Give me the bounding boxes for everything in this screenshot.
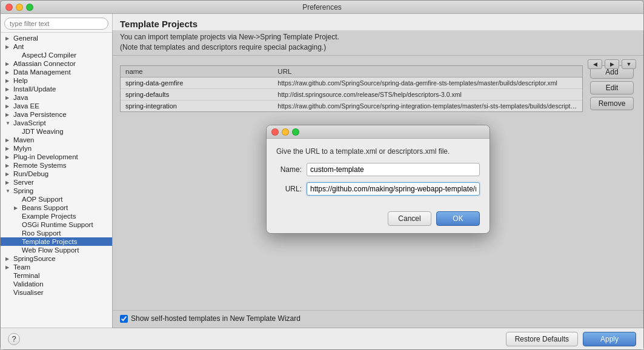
tree-arrow-icon: ▶ [5, 180, 12, 185]
bottom-right: Restore Defaults Apply [506, 332, 636, 346]
sidebar-item-label: Mylyn [13, 145, 32, 152]
close-button[interactable] [5, 4, 13, 11]
sidebar-item-example-projects[interactable]: Example Projects [1, 212, 112, 220]
tree-arrow-icon: ▶ [5, 171, 12, 177]
sidebar-item-validation[interactable]: Validation [1, 280, 112, 288]
sidebar-item-label: Run/Debug [13, 170, 48, 177]
sidebar-item-server[interactable]: ▶Server [1, 178, 112, 187]
sidebar-item-label: Install/Update [13, 85, 56, 93]
modal-description: Give the URL to a template.xml or descri… [276, 147, 480, 156]
apply-button[interactable]: Apply [583, 332, 636, 346]
sidebar-item-terminal[interactable]: Terminal [1, 271, 112, 280]
sidebar-filter-area [1, 14, 112, 33]
sidebar-item-label: General [13, 35, 38, 42]
sidebar-item-web-flow-support[interactable]: Web Flow Support [1, 246, 112, 254]
tree-arrow-icon: ▶ [5, 137, 12, 143]
sidebar-item-team[interactable]: ▶Team [1, 263, 112, 271]
sidebar-tree: ▶General▶AntAspectJ Compiler▶Atlassian C… [1, 33, 112, 328]
modal-traffic-lights [271, 128, 299, 136]
sidebar-item-mylyn[interactable]: ▶Mylyn [1, 144, 112, 153]
sidebar-item-aspectj-compiler[interactable]: AspectJ Compiler [1, 51, 112, 59]
sidebar-item-label: Server [13, 179, 34, 186]
url-row: URL: [276, 182, 480, 196]
modal-footer: Cancel OK [267, 206, 490, 226]
sidebar-item-ant[interactable]: ▶Ant [1, 42, 112, 51]
bottom-bar: ? Restore Defaults Apply [1, 328, 643, 349]
sidebar-item-help[interactable]: ▶Help [1, 76, 112, 85]
tree-arrow-icon: ▶ [5, 265, 12, 270]
modal-cancel-button[interactable]: Cancel [388, 211, 431, 226]
page-title: Template Projects [120, 19, 636, 29]
name-input[interactable] [307, 163, 480, 176]
sidebar-item-label: Java EE [13, 102, 39, 110]
sidebar-item-beans-support[interactable]: ▶Beans Support [1, 203, 112, 212]
sidebar-item-spring[interactable]: ▼Spring [1, 187, 112, 195]
sidebar-item-data-management[interactable]: ▶Data Management [1, 68, 112, 76]
sidebar-item-atlassian-connector[interactable]: ▶Atlassian Connector [1, 59, 112, 68]
sidebar-item-label: Atlassian Connector [13, 60, 76, 67]
modal-close-button[interactable] [271, 128, 279, 136]
sidebar-item-aop-support[interactable]: AOP Support [1, 195, 112, 203]
sidebar: ▶General▶AntAspectJ Compiler▶Atlassian C… [1, 14, 113, 328]
sidebar-item-label: Plug-in Development [13, 153, 78, 160]
sidebar-item-label: Help [13, 77, 28, 84]
sidebar-item-springsource[interactable]: ▶SpringSource [1, 254, 112, 263]
sidebar-item-label: Terminal [13, 272, 39, 279]
sidebar-item-roo-support[interactable]: Roo Support [1, 229, 112, 237]
tree-arrow-icon: ▶ [5, 146, 12, 151]
sidebar-item-general[interactable]: ▶General [1, 34, 112, 42]
modal-ok-button[interactable]: OK [436, 211, 480, 226]
sidebar-item-label: Data Management [13, 68, 71, 76]
tree-arrow-icon: ▶ [5, 154, 12, 160]
sidebar-item-java-persistence[interactable]: ▶Java Persistence [1, 110, 112, 119]
bottom-left: ? [8, 333, 20, 345]
sidebar-item-label: Java [13, 94, 28, 101]
sidebar-item-osgi-runtime-support[interactable]: OSGi Runtime Support [1, 220, 112, 229]
sidebar-item-label: OSGi Runtime Support [22, 221, 93, 228]
sidebar-item-label: JDT Weaving [22, 128, 64, 135]
modal-min-button[interactable] [282, 128, 289, 136]
sidebar-item-java[interactable]: ▶Java [1, 93, 112, 102]
url-input[interactable] [307, 182, 480, 196]
sidebar-item-label: Template Projects [22, 238, 77, 245]
tree-arrow-icon: ▼ [5, 121, 12, 126]
maximize-button[interactable] [26, 4, 33, 11]
traffic-lights [5, 4, 33, 11]
sidebar-item-maven[interactable]: ▶Maven [1, 136, 112, 144]
sidebar-item-remote-systems[interactable]: ▶Remote Systems [1, 161, 112, 170]
tree-arrow-icon: ▶ [14, 205, 20, 211]
titlebar: Preferences [1, 1, 643, 14]
tree-arrow-icon: ▶ [5, 70, 12, 75]
sidebar-item-javascript[interactable]: ▼JavaScript [1, 119, 112, 127]
sidebar-item-label: Roo Support [22, 229, 61, 237]
sidebar-item-label: Spring [13, 187, 33, 194]
tree-arrow-icon: ▶ [5, 256, 12, 262]
sidebar-item-java-ee[interactable]: ▶Java EE [1, 102, 112, 110]
modal-titlebar [267, 125, 490, 139]
filter-input[interactable] [4, 18, 108, 30]
name-label: Name: [276, 165, 302, 174]
modal-dialog: Give the URL to a template.xml or descri… [266, 125, 490, 234]
sidebar-item-visualiser[interactable]: Visualiser [1, 288, 112, 297]
sidebar-item-label: Java Persistence [13, 111, 67, 118]
modal-overlay: Give the URL to a template.xml or descri… [112, 30, 644, 328]
tree-arrow-icon: ▶ [5, 44, 12, 50]
sidebar-item-jdt-weaving[interactable]: JDT Weaving [1, 127, 112, 136]
sidebar-item-label: Validation [13, 280, 44, 288]
modal-body: Give the URL to a template.xml or descri… [267, 139, 490, 206]
sidebar-item-rundebug[interactable]: ▶Run/Debug [1, 170, 112, 178]
sidebar-item-label: Remote Systems [13, 162, 67, 169]
window-title: Preferences [302, 3, 342, 12]
modal-max-button[interactable] [292, 128, 299, 136]
sidebar-item-installupdate[interactable]: ▶Install/Update [1, 85, 112, 93]
help-button[interactable]: ? [8, 333, 20, 345]
minimize-button[interactable] [16, 4, 23, 11]
tree-arrow-icon: ▶ [5, 61, 12, 67]
tree-arrow-icon: ▶ [5, 87, 12, 92]
sidebar-item-template-projects[interactable]: Template Projects [1, 237, 112, 246]
tree-arrow-icon: ▶ [5, 36, 12, 41]
tree-arrow-icon: ▼ [5, 188, 12, 194]
restore-defaults-button[interactable]: Restore Defaults [506, 332, 578, 346]
tree-arrow-icon: ▶ [5, 104, 12, 109]
sidebar-item-plug-in-development[interactable]: ▶Plug-in Development [1, 153, 112, 161]
